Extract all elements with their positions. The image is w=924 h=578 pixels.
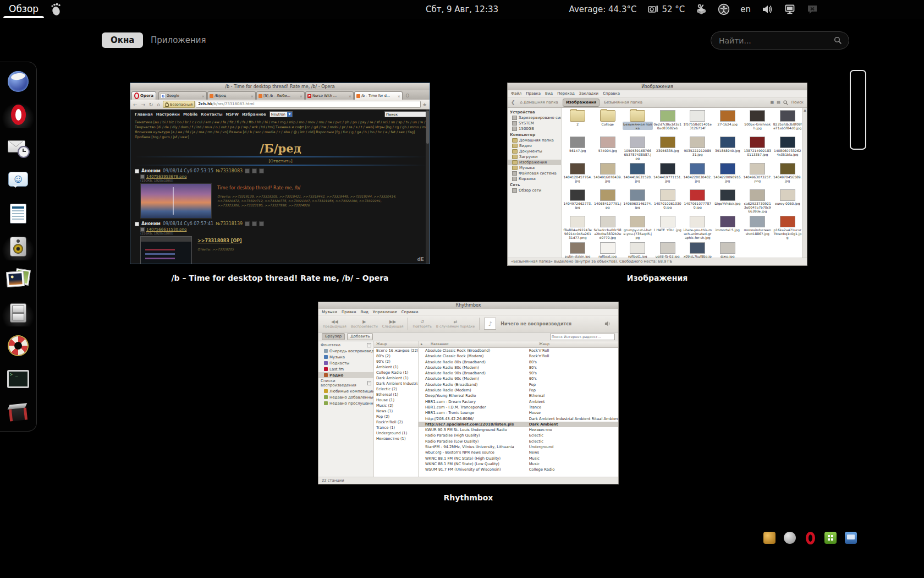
file-item[interactable]: 1050539168766653787438587.jpg [623,135,653,162]
station-row[interactable]: StartFM - 94.2MHz, Vilnius University, L… [419,444,618,450]
sidebar-item[interactable]: Обзор сети [508,188,561,193]
station-row[interactable]: Radio Paradise (High Quality)Eclectic [419,433,618,438]
workspace-thumbnail[interactable] [850,70,866,150]
dock-item-photos[interactable] [0,267,36,292]
volume-icon[interactable] [761,3,773,15]
grid-view-icon[interactable]: ▦ [771,100,774,105]
window-opera[interactable]: /b - Time for desktop thread! Rate me, /… [130,83,430,264]
file-item[interactable]: 1404916078439.jpg [593,162,623,188]
station-row[interactable]: Absolute Radio 90s (Modem)90's [419,376,618,381]
file-item[interactable]: 1404220090916.jpg [713,162,743,188]
reply-link[interactable]: [Ответить] [135,159,426,163]
window-rhythmbox[interactable]: Rhythmbox МузыкаПравкаВидУправлениеСправ… [318,302,619,484]
post-thumbnail[interactable] [140,236,192,264]
breadcrumb-button[interactable]: Изображения [563,99,600,107]
rb-menu-Справка[interactable]: Справка [402,310,419,314]
url-field[interactable]: 2ch.hk/b/res/73318083.html [196,101,421,108]
files-scrollbar[interactable]: ▲ [802,108,807,258]
dock-item-mail[interactable] [0,135,36,160]
rb-toolbar-button[interactable]: ↺Повторять [413,319,431,328]
genre-row[interactable]: Dark Ambient (1) [374,375,418,381]
post-checkbox[interactable] [135,169,139,173]
files-menu-Закладки[interactable]: Закладки [579,91,598,96]
file-item[interactable]: 0e2d7c86cbf3a10ad83682eb [653,109,683,135]
sidebar-item[interactable]: Домашняя папка [508,138,561,143]
file-item[interactable]: x09isL7kuf8Eg.jpg [683,241,713,258]
tab-close-icon[interactable]: × [300,94,302,98]
station-row[interactable]: HBR1.com - Dream FactoryAmbient [419,399,618,405]
post-action-icon[interactable] [259,168,264,173]
station-row[interactable]: HBR1.com - Tronic LoungeHouse [419,410,618,416]
file-item[interactable]: 140684127791.jpg [593,188,623,215]
genre-row[interactable]: Неизвестно (1) [374,436,418,441]
post-checkbox[interactable] [135,222,139,226]
file-item[interactable]: 14070102613300.jpg [653,188,683,215]
name-column-header[interactable]: Название [428,341,537,348]
post-replies[interactable]: Ответы: >>73318139, >>73318205, >>733184… [217,194,399,208]
browser-nav-buttons[interactable]: ← → ↻ ⌂ [133,102,161,107]
opera-tab[interactable]: /b - Time for d...× [354,91,403,100]
file-item[interactable]: 1404419771151.jpg [653,162,683,188]
activities-button[interactable]: Обзор [6,3,42,14]
genre-row[interactable]: Eclectic (2) [374,386,418,392]
tab-close-icon[interactable]: × [349,94,351,98]
board-menu-item[interactable]: Избранное [242,112,266,117]
station-row[interactable]: Absolute Radio (Broadband)Pop [419,382,618,388]
files-menu-Файл[interactable]: Файл [511,91,521,96]
rb-sidebar-item[interactable]: Музыка [318,354,373,360]
post-replies[interactable]: Ответы: >>73318205 [197,247,242,252]
post-action-icon[interactable] [252,168,257,173]
genre-row[interactable]: House (1) [374,397,418,403]
dock-item-opera[interactable] [0,102,36,127]
rb-toolbar-button[interactable]: ▶Воспроизвести [351,319,378,328]
display-icon[interactable] [784,3,796,15]
tab-close-icon[interactable]: × [202,94,205,98]
opera-tab[interactable]: [5] /b - Люби...× [256,91,305,100]
attachment-link[interactable]: 1407566611530.png [146,227,186,232]
file-item[interactable]: 1404419631520.jpg [623,162,653,188]
station-row[interactable]: http://sc7.spacialnet.com:22018/listen.p… [419,422,618,427]
station-row[interactable]: http://208.43.42.26:8086/Dark Ambient In… [419,416,618,422]
tray-icon-gray[interactable] [784,532,796,544]
sidebar-item[interactable]: Загрузки [508,154,561,160]
genre-row[interactable]: Ethereal (1) [374,392,418,397]
station-row[interactable]: WSUM 91.7 FM (University of Wisconsin)Co… [419,467,618,472]
maintenance-tools-icon[interactable] [695,3,707,15]
window-caption-opera[interactable]: /b – Time for desktop thread! Rate me, /… [126,274,434,282]
rb-sidebar-item[interactable]: Радио [318,372,373,378]
tab-close-icon[interactable]: × [398,94,400,98]
post-message[interactable]: >>73318083 [OP] [197,238,242,243]
file-item[interactable]: fe1edccba00c58a2bdbe3832b2ed0770.jpg [593,215,623,241]
dock-item-terminal[interactable] [0,366,36,391]
genre-column-header[interactable]: Жанр [374,341,418,348]
sidebar-item[interactable]: Видео [508,143,561,149]
file-item[interactable]: ugli8-f5-03.jpg [653,241,683,258]
dock-item-web-browser[interactable] [0,69,36,94]
rb-sidebar-item[interactable]: Подкасты [318,360,373,366]
opera-tab[interactable]: Nurse With ...× [305,91,354,100]
board-menu-item[interactable]: NSFW [226,112,239,117]
station-row[interactable]: Absolute Radio 80s (Broadband)80's [419,359,618,365]
file-item[interactable]: 1404963073257.png [743,162,773,188]
play-status-column[interactable]: ▸ [419,341,428,348]
file-item[interactable]: 14070610777870.jpg [683,188,713,215]
file-item[interactable]: i-hate-you-this-much-animated-graphic-fo… [683,215,713,241]
sidebar-item[interactable]: SYSTEM [508,121,561,126]
file-item[interactable]: 23956335.jpg [653,135,683,162]
window-caption-files[interactable]: Изображения [507,274,807,282]
file-item[interactable]: 2 [563,109,593,135]
tray-icon-blue[interactable] [845,532,857,544]
station-row[interactable]: Absolute Radio 90s (Broadband)90's [419,370,618,376]
rb-toolbar-button[interactable]: ◀◀Предыдущая [323,319,346,328]
file-item[interactable]: Безымянная папка [623,109,653,135]
file-item[interactable]: p16ka2a471ucvr7btenbq1c0g1.jpg [773,215,803,241]
genre-row[interactable]: Rock'n'Roll (2) [374,419,418,425]
file-item[interactable]: DigoYVhBsk.jpg [713,188,743,215]
board-menu-item[interactable]: Главная [135,112,153,117]
back-button[interactable]: ❮ [511,100,515,105]
post-action-icon[interactable] [252,221,257,226]
dock-item-files[interactable] [0,300,36,325]
file-item[interactable]: I_HATE_YOU_.jpg [653,215,683,241]
file-item[interactable]: Collage [593,109,623,135]
post-action-icon[interactable] [245,221,250,226]
